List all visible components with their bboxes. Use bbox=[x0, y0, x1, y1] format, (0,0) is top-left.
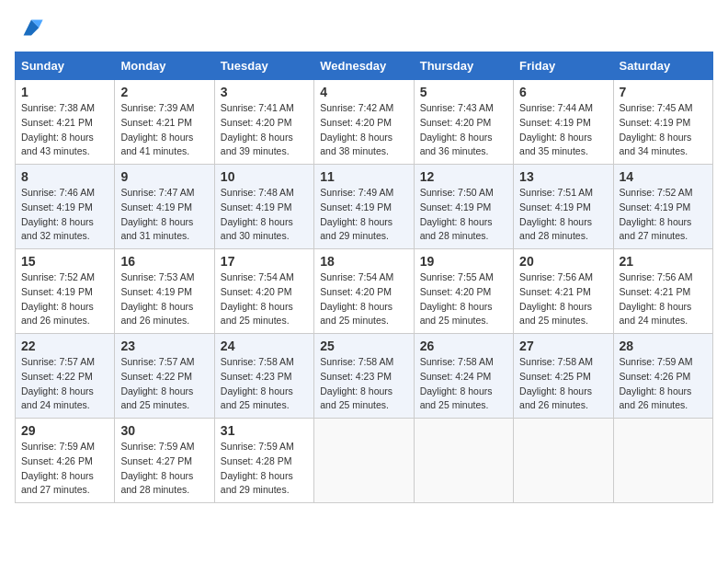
logo-icon bbox=[18, 15, 44, 40]
weekday-header: Tuesday bbox=[214, 52, 313, 80]
day-info: Sunrise: 7:46 AM Sunset: 4:19 PM Dayligh… bbox=[21, 186, 108, 244]
day-info: Sunrise: 7:58 AM Sunset: 4:23 PM Dayligh… bbox=[320, 355, 407, 413]
day-number: 3 bbox=[221, 85, 308, 99]
weekday-header: Saturday bbox=[613, 52, 712, 80]
day-info: Sunrise: 7:54 AM Sunset: 4:20 PM Dayligh… bbox=[221, 270, 308, 328]
calendar-cell: 19 Sunrise: 7:55 AM Sunset: 4:20 PM Dayl… bbox=[414, 249, 513, 334]
calendar-cell: 26 Sunrise: 7:58 AM Sunset: 4:24 PM Dayl… bbox=[414, 334, 513, 419]
calendar-cell bbox=[414, 419, 513, 503]
day-info: Sunrise: 7:55 AM Sunset: 4:20 PM Dayligh… bbox=[420, 270, 507, 328]
day-number: 29 bbox=[21, 423, 108, 438]
day-info: Sunrise: 7:41 AM Sunset: 4:20 PM Dayligh… bbox=[221, 101, 308, 159]
day-info: Sunrise: 7:45 AM Sunset: 4:19 PM Dayligh… bbox=[620, 101, 707, 159]
calendar-week-row: 15 Sunrise: 7:52 AM Sunset: 4:19 PM Dayl… bbox=[16, 249, 713, 334]
day-number: 2 bbox=[120, 85, 208, 99]
day-info: Sunrise: 7:59 AM Sunset: 4:26 PM Dayligh… bbox=[620, 355, 707, 413]
day-info: Sunrise: 7:49 AM Sunset: 4:19 PM Dayligh… bbox=[320, 186, 407, 244]
day-info: Sunrise: 7:56 AM Sunset: 4:21 PM Dayligh… bbox=[620, 270, 707, 328]
calendar-cell: 31 Sunrise: 7:59 AM Sunset: 4:28 PM Dayl… bbox=[214, 419, 313, 503]
day-number: 13 bbox=[519, 169, 607, 184]
calendar-cell: 14 Sunrise: 7:52 AM Sunset: 4:19 PM Dayl… bbox=[613, 165, 712, 249]
weekday-header: Sunday bbox=[16, 52, 115, 80]
day-number: 28 bbox=[620, 339, 707, 353]
day-info: Sunrise: 7:52 AM Sunset: 4:19 PM Dayligh… bbox=[620, 186, 707, 244]
day-info: Sunrise: 7:38 AM Sunset: 4:21 PM Dayligh… bbox=[21, 101, 108, 159]
day-info: Sunrise: 7:57 AM Sunset: 4:22 PM Dayligh… bbox=[120, 355, 208, 413]
calendar-cell: 10 Sunrise: 7:48 AM Sunset: 4:19 PM Dayl… bbox=[214, 165, 313, 249]
day-info: Sunrise: 7:58 AM Sunset: 4:23 PM Dayligh… bbox=[221, 355, 308, 413]
day-info: Sunrise: 7:59 AM Sunset: 4:27 PM Dayligh… bbox=[120, 440, 208, 498]
calendar-cell: 1 Sunrise: 7:38 AM Sunset: 4:21 PM Dayli… bbox=[16, 80, 115, 165]
calendar-cell: 21 Sunrise: 7:56 AM Sunset: 4:21 PM Dayl… bbox=[613, 249, 712, 334]
day-number: 20 bbox=[519, 254, 607, 269]
day-number: 9 bbox=[120, 169, 208, 184]
day-number: 7 bbox=[620, 85, 707, 99]
day-info: Sunrise: 7:58 AM Sunset: 4:25 PM Dayligh… bbox=[519, 355, 607, 413]
day-number: 14 bbox=[620, 169, 707, 184]
day-info: Sunrise: 7:47 AM Sunset: 4:19 PM Dayligh… bbox=[120, 186, 208, 244]
day-info: Sunrise: 7:57 AM Sunset: 4:22 PM Dayligh… bbox=[21, 355, 108, 413]
calendar-cell: 9 Sunrise: 7:47 AM Sunset: 4:19 PM Dayli… bbox=[115, 165, 214, 249]
calendar-cell: 6 Sunrise: 7:44 AM Sunset: 4:19 PM Dayli… bbox=[514, 80, 613, 165]
day-number: 11 bbox=[320, 169, 407, 184]
day-info: Sunrise: 7:44 AM Sunset: 4:19 PM Dayligh… bbox=[519, 101, 607, 159]
day-info: Sunrise: 7:39 AM Sunset: 4:21 PM Dayligh… bbox=[120, 101, 208, 159]
calendar-cell: 30 Sunrise: 7:59 AM Sunset: 4:27 PM Dayl… bbox=[115, 419, 214, 503]
day-number: 30 bbox=[120, 423, 208, 438]
calendar-cell: 24 Sunrise: 7:58 AM Sunset: 4:23 PM Dayl… bbox=[214, 334, 313, 419]
day-number: 31 bbox=[221, 423, 308, 438]
day-number: 23 bbox=[120, 339, 208, 353]
day-number: 18 bbox=[320, 254, 407, 269]
calendar-cell: 28 Sunrise: 7:59 AM Sunset: 4:26 PM Dayl… bbox=[613, 334, 712, 419]
calendar-cell: 23 Sunrise: 7:57 AM Sunset: 4:22 PM Dayl… bbox=[115, 334, 214, 419]
day-info: Sunrise: 7:53 AM Sunset: 4:19 PM Dayligh… bbox=[120, 270, 208, 328]
calendar-cell: 17 Sunrise: 7:54 AM Sunset: 4:20 PM Dayl… bbox=[214, 249, 313, 334]
calendar-week-row: 29 Sunrise: 7:59 AM Sunset: 4:26 PM Dayl… bbox=[16, 419, 713, 503]
calendar-cell: 4 Sunrise: 7:42 AM Sunset: 4:20 PM Dayli… bbox=[314, 80, 414, 165]
calendar-cell: 16 Sunrise: 7:53 AM Sunset: 4:19 PM Dayl… bbox=[115, 249, 214, 334]
day-info: Sunrise: 7:58 AM Sunset: 4:24 PM Dayligh… bbox=[420, 355, 507, 413]
weekday-header: Thursday bbox=[414, 52, 513, 80]
day-info: Sunrise: 7:59 AM Sunset: 4:28 PM Dayligh… bbox=[221, 440, 308, 498]
calendar-cell: 8 Sunrise: 7:46 AM Sunset: 4:19 PM Dayli… bbox=[16, 165, 115, 249]
day-number: 10 bbox=[221, 169, 308, 184]
day-info: Sunrise: 7:43 AM Sunset: 4:20 PM Dayligh… bbox=[420, 101, 507, 159]
calendar-cell: 29 Sunrise: 7:59 AM Sunset: 4:26 PM Dayl… bbox=[16, 419, 115, 503]
day-number: 22 bbox=[21, 339, 108, 353]
calendar-cell: 2 Sunrise: 7:39 AM Sunset: 4:21 PM Dayli… bbox=[115, 80, 214, 165]
day-number: 15 bbox=[21, 254, 108, 269]
calendar-table: SundayMondayTuesdayWednesdayThursdayFrid… bbox=[15, 52, 713, 503]
day-number: 6 bbox=[519, 85, 607, 99]
calendar-cell bbox=[314, 419, 414, 503]
calendar-cell bbox=[514, 419, 613, 503]
calendar-cell: 3 Sunrise: 7:41 AM Sunset: 4:20 PM Dayli… bbox=[214, 80, 313, 165]
weekday-header: Monday bbox=[115, 52, 214, 80]
calendar-cell: 18 Sunrise: 7:54 AM Sunset: 4:20 PM Dayl… bbox=[314, 249, 414, 334]
day-number: 5 bbox=[420, 85, 507, 99]
calendar-cell: 12 Sunrise: 7:50 AM Sunset: 4:19 PM Dayl… bbox=[414, 165, 513, 249]
calendar-cell: 5 Sunrise: 7:43 AM Sunset: 4:20 PM Dayli… bbox=[414, 80, 513, 165]
day-number: 8 bbox=[21, 169, 108, 184]
day-info: Sunrise: 7:54 AM Sunset: 4:20 PM Dayligh… bbox=[320, 270, 407, 328]
calendar-cell: 7 Sunrise: 7:45 AM Sunset: 4:19 PM Dayli… bbox=[613, 80, 712, 165]
day-number: 25 bbox=[320, 339, 407, 353]
weekday-header: Friday bbox=[514, 52, 613, 80]
day-number: 4 bbox=[320, 85, 407, 99]
calendar-cell bbox=[613, 419, 712, 503]
day-number: 16 bbox=[120, 254, 208, 269]
calendar-cell: 11 Sunrise: 7:49 AM Sunset: 4:19 PM Dayl… bbox=[314, 165, 414, 249]
calendar-cell: 13 Sunrise: 7:51 AM Sunset: 4:19 PM Dayl… bbox=[514, 165, 613, 249]
page-header bbox=[15, 15, 713, 40]
day-number: 24 bbox=[221, 339, 308, 353]
day-info: Sunrise: 7:51 AM Sunset: 4:19 PM Dayligh… bbox=[519, 186, 607, 244]
day-info: Sunrise: 7:59 AM Sunset: 4:26 PM Dayligh… bbox=[21, 440, 108, 498]
day-info: Sunrise: 7:56 AM Sunset: 4:21 PM Dayligh… bbox=[519, 270, 607, 328]
calendar-cell: 25 Sunrise: 7:58 AM Sunset: 4:23 PM Dayl… bbox=[314, 334, 414, 419]
calendar-cell: 20 Sunrise: 7:56 AM Sunset: 4:21 PM Dayl… bbox=[514, 249, 613, 334]
calendar-week-row: 22 Sunrise: 7:57 AM Sunset: 4:22 PM Dayl… bbox=[16, 334, 713, 419]
day-number: 12 bbox=[420, 169, 507, 184]
day-info: Sunrise: 7:50 AM Sunset: 4:19 PM Dayligh… bbox=[420, 186, 507, 244]
logo bbox=[15, 15, 44, 40]
day-number: 26 bbox=[420, 339, 507, 353]
calendar-week-row: 1 Sunrise: 7:38 AM Sunset: 4:21 PM Dayli… bbox=[16, 80, 713, 165]
